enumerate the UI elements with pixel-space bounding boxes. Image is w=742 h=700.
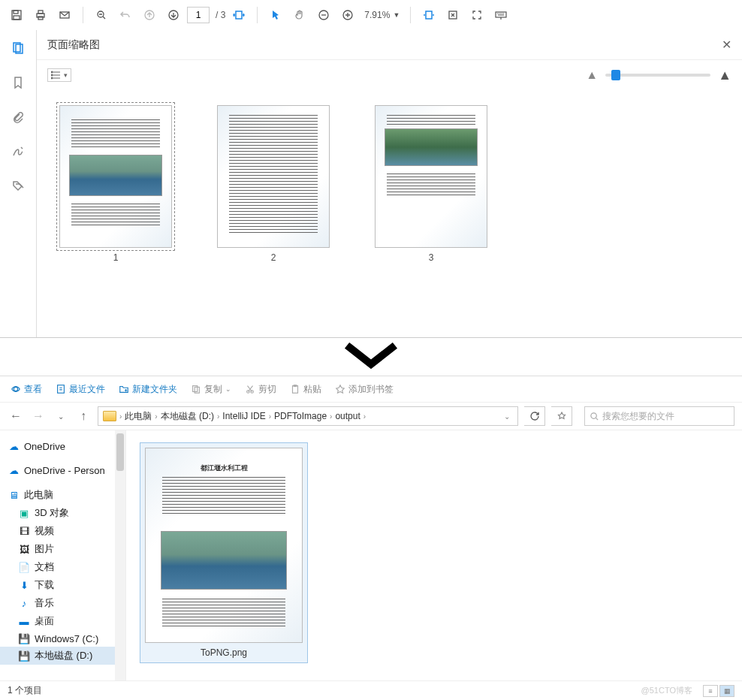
svg-point-18 <box>51 71 53 73</box>
nav-back-icon[interactable]: ← <box>8 408 24 424</box>
item-count: 1 个项目 <box>8 684 42 697</box>
refresh-icon[interactable] <box>524 406 545 426</box>
file-item[interactable]: 都江堰水利工程 ToPNG.png <box>140 442 308 663</box>
plus-circle-icon[interactable] <box>337 5 358 26</box>
svg-point-21 <box>14 387 17 391</box>
pdf-sidebar <box>0 30 36 337</box>
svg-rect-10 <box>236 11 242 19</box>
tree-item-desktop[interactable]: ▬桌面 <box>0 612 125 630</box>
print-icon[interactable] <box>30 5 51 26</box>
tree-item-documents[interactable]: 📄文档 <box>0 558 125 576</box>
watermark: @51CTO博客 <box>641 685 692 696</box>
file-name: ToPNG.png <box>201 647 247 658</box>
svg-rect-22 <box>58 385 65 394</box>
zoom-small-icon[interactable]: ▲ <box>586 68 598 82</box>
ribbon-bookmark[interactable]: 添加到书签 <box>335 383 394 396</box>
close-icon[interactable]: ✕ <box>722 38 731 52</box>
rotate-icon[interactable] <box>442 5 463 26</box>
pdf-toolbar: / 3 7.91%▼ <box>0 0 742 30</box>
svg-point-19 <box>51 74 53 76</box>
fullscreen-icon[interactable] <box>466 5 487 26</box>
nav-forward-icon[interactable]: → <box>30 408 47 424</box>
explorer-ribbon: 查看 最近文件 新建文件夹 复制⌄ 剪切 粘贴 添加到书签 <box>0 376 742 402</box>
hand-icon[interactable] <box>289 5 310 26</box>
ribbon-copy[interactable]: 复制⌄ <box>191 383 231 396</box>
fit-page-icon[interactable] <box>418 5 439 26</box>
favorite-icon[interactable] <box>551 406 572 426</box>
thumbnail-item[interactable]: 3 <box>375 105 487 322</box>
tree-item-videos[interactable]: 🎞视频 <box>0 522 125 540</box>
zoom-large-icon[interactable]: ▲ <box>718 68 731 83</box>
ribbon-new-folder[interactable]: 新建文件夹 <box>119 383 177 396</box>
explorer-nav: ← → ⌄ ↑ › 此电脑› 本地磁盘 (D:)› IntelliJ IDE› … <box>0 402 742 430</box>
nav-history-icon[interactable]: ⌄ <box>53 408 69 424</box>
svg-rect-13 <box>426 11 432 19</box>
tree-item-pictures[interactable]: 🖼图片 <box>0 540 125 558</box>
tree-item-music[interactable]: ♪音乐 <box>0 594 125 612</box>
ribbon-recent[interactable]: 最近文件 <box>56 383 105 396</box>
nav-up-icon[interactable]: ↑ <box>75 408 92 424</box>
tree-item-3d[interactable]: ▣3D 对象 <box>0 504 125 522</box>
undo-icon[interactable] <box>115 5 136 26</box>
pdf-viewer: / 3 7.91%▼ 页面缩略图 ✕ ▾ <box>0 0 742 338</box>
tree-item-downloads[interactable]: ⬇下载 <box>0 576 125 594</box>
svg-rect-4 <box>38 11 43 14</box>
up-icon[interactable] <box>139 5 160 26</box>
ribbon-cut[interactable]: 剪切 <box>245 383 276 396</box>
pointer-icon[interactable] <box>265 5 286 26</box>
thumbnail-item[interactable]: 1 <box>59 105 172 322</box>
view-details-icon[interactable]: ≡ <box>703 685 718 697</box>
svg-rect-5 <box>38 17 43 20</box>
page-number-input[interactable] <box>187 7 210 23</box>
panel-title: 页面缩略图 <box>47 38 100 52</box>
search-input[interactable]: 搜索您想要的文件 <box>584 406 734 426</box>
tree-item-drive-c[interactable]: 💾Windows7 (C:) <box>0 630 125 647</box>
thumbnail-caption: 2 <box>271 252 276 263</box>
tree-item-onedrive-personal[interactable]: ☁OneDrive - Person <box>0 462 125 478</box>
ribbon-view[interactable]: 查看 <box>11 383 42 396</box>
tree-item-onedrive[interactable]: ☁OneDrive <box>0 438 125 454</box>
svg-point-29 <box>591 412 596 418</box>
down-icon[interactable] <box>163 5 184 26</box>
signature-tab-icon[interactable] <box>6 140 30 164</box>
attachment-tab-icon[interactable] <box>6 105 30 129</box>
thumbnail-item[interactable]: 2 <box>217 105 330 322</box>
tree-scrollbar[interactable] <box>115 430 125 680</box>
thumbnail-zoom-slider[interactable] <box>605 74 710 77</box>
tags-tab-icon[interactable] <box>6 174 30 198</box>
tree-item-drive-d[interactable]: 💾本地磁盘 (D:) <box>0 647 125 665</box>
status-bar: 1 个项目 @51CTO博客 ≡ ▦ <box>0 680 742 700</box>
thumbnail-grid: 1 2 3 <box>37 90 742 337</box>
svg-rect-2 <box>14 16 20 20</box>
fit-width-icon[interactable] <box>228 5 249 26</box>
file-grid: 都江堰水利工程 ToPNG.png <box>126 430 742 680</box>
ribbon-paste[interactable]: 粘贴 <box>290 383 321 396</box>
folder-tree: ☁OneDrive ☁OneDrive - Person 🖥此电脑 ▣3D 对象… <box>0 430 126 680</box>
search-icon <box>590 412 599 421</box>
view-icons-icon[interactable]: ▦ <box>719 685 734 697</box>
svg-rect-1 <box>14 11 18 14</box>
list-options-icon[interactable]: ▾ <box>47 68 71 82</box>
folder-icon <box>103 411 116 421</box>
section-divider-icon <box>0 338 742 376</box>
zoom-out-icon[interactable] <box>91 5 112 26</box>
email-icon[interactable] <box>54 5 75 26</box>
thumbnails-tab-icon[interactable] <box>6 36 30 60</box>
save-icon[interactable] <box>6 5 27 26</box>
svg-point-20 <box>51 77 53 79</box>
zoom-dropdown[interactable]: 7.91%▼ <box>361 8 403 22</box>
thumbnail-caption: 3 <box>429 252 434 263</box>
thumbnail-caption: 1 <box>113 252 119 263</box>
tree-item-thispc[interactable]: 🖥此电脑 <box>0 486 125 504</box>
bookmark-tab-icon[interactable] <box>6 71 30 95</box>
minus-circle-icon[interactable] <box>313 5 334 26</box>
keyboard-icon[interactable] <box>490 5 511 26</box>
file-explorer: 查看 最近文件 新建文件夹 复制⌄ 剪切 粘贴 添加到书签 ← → ⌄ ↑ › … <box>0 376 742 700</box>
thumbnail-panel: 页面缩略图 ✕ ▾ ▲ ▲ <box>36 30 742 337</box>
page-total-label: / 3 <box>216 10 225 20</box>
breadcrumb[interactable]: › 此电脑› 本地磁盘 (D:)› IntelliJ IDE› PDFToIma… <box>98 406 518 426</box>
